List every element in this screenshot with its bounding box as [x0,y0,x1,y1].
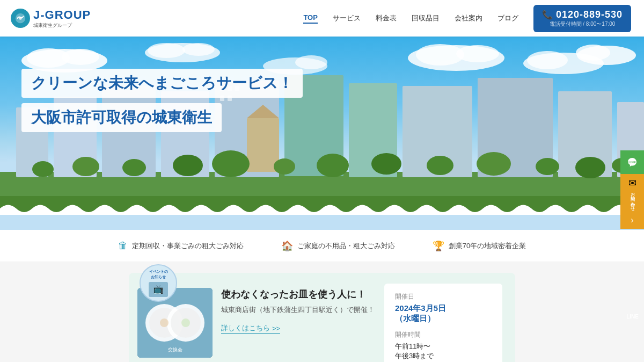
svg-point-56 [181,318,190,327]
logo[interactable]: J-GROUP 城東衛生グループ [11,8,91,29]
site-header: J-GROUP 城東衛生グループ TOP サービス 料金表 回収品目 会社案内 … [0,0,644,37]
phone-hours: 電話受付時間 / 8:00〜17:00 [550,20,616,28]
badge-text: イベントのお知らせ [149,270,168,279]
date-weekday: （水曜日） [395,314,435,323]
event-desc: 城東商店街（地下鉄蒲生四丁目駅近く）で開催！ [221,305,376,315]
date-main: 2024年3月5日 [395,303,446,313]
chevron-right-icon: › [631,215,633,225]
line-button[interactable]: LINE LINE [620,150,644,174]
svg-text:交換会: 交換会 [168,347,182,352]
badge-icon: 📺 [153,284,164,294]
main-nav: TOP サービス 料金表 回収品目 会社案内 ブログ 📞 0120-889-53… [303,5,631,32]
time-end: 午後3時まで [395,352,434,360]
hero-text-block: クリーンな未来へまごころサービス！ 大阪市許可取得の城東衛生 [21,69,303,132]
logo-text: J-GROUP 城東衛生グループ [33,8,91,29]
mail-icon: ✉ [628,177,636,189]
hero-headline-2: 大阪市許可取得の城東衛生 [21,103,222,132]
feature-1: 🗑 定期回収・事業ごみの粗大ごみ対応 [118,240,244,251]
event-title: 使わなくなったお皿を使う人に！ [221,288,376,301]
feature-3-text: 創業70年の地域密着企業 [449,241,526,251]
date-label: 開催日 [395,292,492,301]
hero-background: クリーンな未来へまごころサービス！ 大阪市許可取得の城東衛生 [0,37,644,230]
trash-icon: 🗑 [118,240,128,251]
trophy-icon: 🏆 [433,240,444,252]
phone-button[interactable]: 📞 0120-889-530 電話受付時間 / 8:00〜17:00 [533,5,631,32]
nav-items[interactable]: 回収品目 [412,13,440,23]
date-value: 2024年3月5日 （水曜日） [395,303,492,324]
logo-icon [11,9,30,28]
arrow-right-icon: >> [272,324,280,332]
phone-number: 0120-889-530 [556,9,623,20]
feature-2: 🏠 ご家庭の不用品・粗大ごみ対応 [281,240,395,252]
svg-text:LINE: LINE [628,161,636,164]
feature-3: 🏆 創業70年の地域密着企業 [433,240,526,252]
nav-top[interactable]: TOP [303,13,318,24]
time-value: 午前11時〜 午後3時まで [395,342,492,361]
phone-icon: 📞 [542,10,553,20]
event-badge: イベントのお知らせ 📺 [140,264,177,302]
event-content: 使わなくなったお皿を使う人に！ 城東商店街（地下鉄蒲生四丁目駅近く）で開催！ 詳… [221,284,376,362]
content-section: イベントのお知らせ 📺 交換会 [0,262,644,362]
mail-button[interactable]: ✉ お問い合わせ [620,174,644,212]
time-label: 開催時間 [395,330,492,339]
event-link[interactable]: 詳しくはこちら >> [221,323,280,334]
time-start: 午前11時〜 [395,342,430,350]
line-icon: LINE [625,155,640,170]
logo-main-text: J-GROUP [33,8,91,22]
event-link-text: 詳しくはこちら [221,323,270,333]
line-label: LINE [626,314,639,320]
svg-point-1 [19,17,22,20]
feature-1-text: 定期回収・事業ごみの粗大ごみ対応 [132,241,244,251]
event-meta: 開催日 2024年3月5日 （水曜日） 開催時間 午前11時〜 午後3時まで [384,284,502,362]
arrow-button[interactable]: › [620,212,644,229]
svg-point-55 [160,318,169,327]
event-card: イベントのお知らせ 📺 交換会 [129,273,515,362]
nav-about[interactable]: 会社案内 [455,13,482,23]
logo-sub-text: 城東衛生グループ [33,22,91,29]
nav-pricing[interactable]: 料金表 [376,13,397,23]
home-icon: 🏠 [281,240,293,252]
features-bar: 🗑 定期回収・事業ごみの粗大ごみ対応 🏠 ご家庭の不用品・粗大ごみ対応 🏆 創業… [0,230,644,262]
nav-services[interactable]: サービス [333,13,361,23]
hero-headline-1: クリーンな未来へまごころサービス！ [21,69,303,98]
sky-layer [0,37,644,230]
nav-blog[interactable]: ブログ [497,13,518,23]
side-buttons: LINE LINE ✉ お問い合わせ › [620,150,644,229]
mail-button-label: お問い合わせ [630,189,635,208]
hero-section: クリーンな未来へまごころサービス！ 大阪市許可取得の城東衛生 [0,37,644,230]
feature-2-text: ご家庭の不用品・粗大ごみ対応 [297,241,395,251]
